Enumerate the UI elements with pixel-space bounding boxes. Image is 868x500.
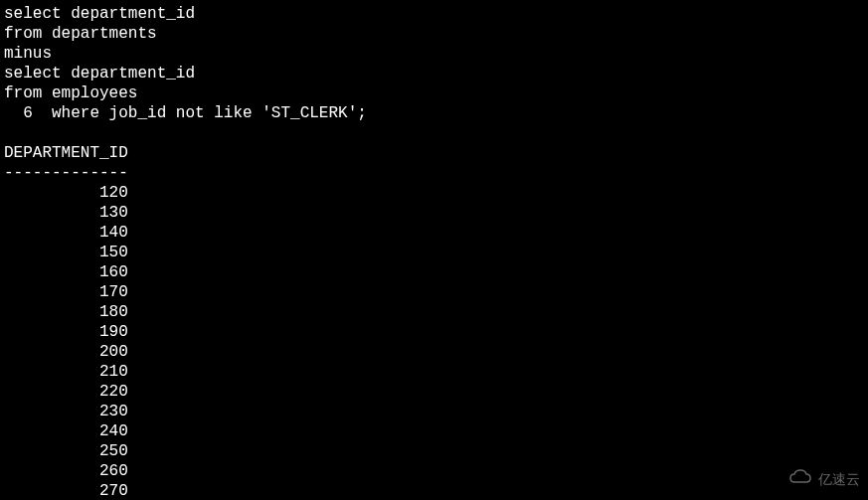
result-row: 170 (4, 282, 868, 302)
result-row: 140 (4, 223, 868, 243)
result-row: 260 (4, 461, 868, 481)
blank-line (4, 123, 868, 143)
sql-line: 6 where job_id not like 'ST_CLERK'; (4, 103, 868, 123)
sql-line: minus (4, 44, 868, 64)
result-row: 220 (4, 382, 868, 402)
result-row: 240 (4, 421, 868, 441)
sql-line: select department_id (4, 4, 868, 24)
result-row: 160 (4, 262, 868, 282)
result-row: 230 (4, 402, 868, 421)
cloud-icon (788, 468, 814, 492)
result-row: 130 (4, 203, 868, 223)
sql-line: from employees (4, 83, 868, 103)
column-header: DEPARTMENT_ID (4, 143, 868, 163)
result-row: 150 (4, 243, 868, 262)
watermark-text: 亿速云 (818, 471, 860, 489)
result-row: 270 (4, 481, 868, 500)
result-row: 250 (4, 441, 868, 461)
watermark: 亿速云 (788, 468, 860, 492)
separator-line: ------------- (4, 163, 868, 183)
result-row: 200 (4, 342, 868, 362)
sql-line: select department_id (4, 64, 868, 83)
result-row: 180 (4, 302, 868, 322)
result-row: 190 (4, 322, 868, 342)
result-row: 120 (4, 183, 868, 203)
terminal-output: select department_id from departments mi… (4, 4, 868, 500)
result-row: 210 (4, 362, 868, 382)
sql-line: from departments (4, 24, 868, 44)
